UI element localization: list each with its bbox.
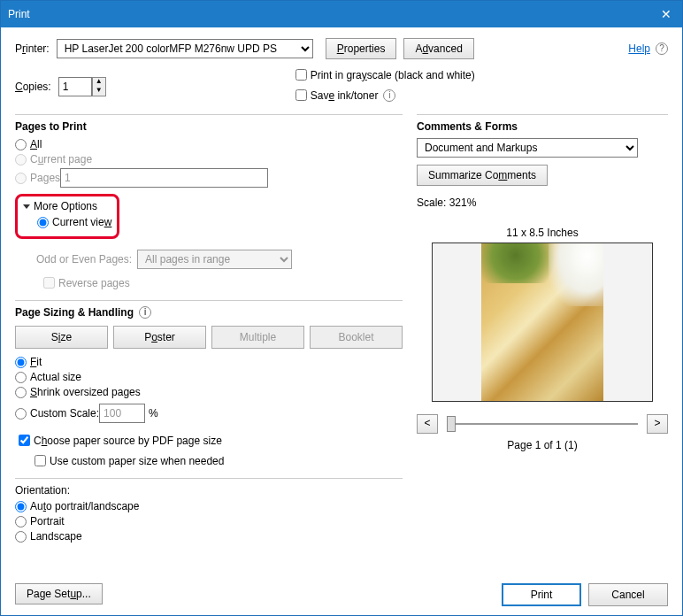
multiple-tab: Multiple [211, 326, 304, 349]
auto-orient-label: Auto portrait/landscape [30, 500, 139, 512]
page-setup-button[interactable]: Page Setup... [15, 583, 103, 604]
all-radio[interactable] [15, 139, 27, 150]
current-view-label: Current view [52, 216, 111, 228]
preview-dimensions: 11 x 8.5 Inches [417, 227, 668, 239]
odd-even-select: All pages in range [137, 250, 292, 269]
comments-group: Comments & Forms Document and Markups Su… [417, 114, 668, 451]
fit-label: Fit [30, 356, 42, 368]
choose-paper-label: Choose paper source by PDF page size [34, 435, 222, 447]
close-icon[interactable]: ✕ [657, 7, 675, 21]
custom-scale-label: Custom Scale: [30, 407, 99, 420]
comments-select[interactable]: Document and Markups [417, 138, 638, 158]
odd-even-label: Odd or Even Pages: [36, 253, 132, 266]
summarize-button[interactable]: Summarize Comments [417, 165, 548, 186]
properties-button[interactable]: Properties [326, 38, 397, 59]
use-custom-checkbox[interactable] [35, 455, 46, 466]
printer-select[interactable]: HP LaserJet 200 colorMFP M276nw UPD PS [57, 39, 313, 58]
orientation-group: Orientation: Auto portrait/landscape Por… [15, 478, 403, 543]
titlebar: Print ✕ [1, 1, 682, 27]
printer-label: Printer: [15, 42, 50, 55]
actual-label: Actual size [30, 371, 81, 383]
shrink-radio[interactable] [15, 387, 27, 398]
save-ink-checkbox[interactable] [295, 89, 307, 101]
more-options-toggle[interactable]: More Options [23, 200, 111, 212]
portrait-radio[interactable] [15, 516, 27, 527]
poster-tab[interactable]: Poster [113, 326, 206, 349]
custom-scale-input [99, 404, 145, 423]
pages-title: Pages to Print [15, 120, 403, 133]
current-page-label: Current page [30, 153, 92, 166]
preview-image [481, 243, 603, 401]
window-title: Print [8, 8, 30, 20]
help-info-icon[interactable]: ? [656, 42, 668, 55]
pages-radio [15, 173, 27, 184]
save-ink-label: Save ink/toner [311, 89, 379, 102]
sizing-info-icon[interactable]: i [139, 306, 151, 319]
all-label: All [30, 138, 42, 150]
copies-input[interactable] [58, 77, 92, 96]
prev-page-button[interactable]: < [417, 414, 438, 434]
current-page-radio [15, 154, 27, 166]
pages-input [60, 168, 268, 188]
page-info: Page 1 of 1 (1) [417, 439, 668, 451]
use-custom-label: Use custom paper size when needed [50, 455, 224, 467]
copies-label: Copies: [15, 81, 51, 93]
sizing-title: Page Sizing & Handling [15, 306, 134, 319]
custom-scale-radio[interactable] [15, 408, 27, 420]
next-page-button[interactable]: > [647, 414, 668, 434]
portrait-label: Portrait [30, 515, 65, 527]
auto-orient-radio[interactable] [15, 501, 27, 512]
size-tab[interactable]: Size [15, 326, 108, 349]
save-ink-info-icon[interactable]: i [383, 89, 395, 102]
percent-label: % [149, 407, 158, 420]
highlight-annotation: More Options Current view [15, 194, 119, 239]
scale-text: Scale: 321% [417, 196, 668, 209]
advanced-button[interactable]: Advanced [403, 38, 473, 59]
reverse-checkbox [43, 277, 55, 289]
fit-radio[interactable] [15, 357, 27, 368]
pages-to-print-group: Pages to Print All Current page Pages Mo… [15, 114, 403, 291]
chevron-down-icon [23, 204, 30, 209]
slider-thumb[interactable] [447, 416, 456, 432]
print-button[interactable]: Print [502, 583, 581, 606]
more-options-label: More Options [34, 200, 97, 212]
print-dialog: Print ✕ Printer: HP LaserJet 200 colorMF… [0, 0, 683, 616]
pages-label: Pages [30, 172, 60, 184]
grayscale-checkbox[interactable] [295, 69, 307, 81]
comments-title: Comments & Forms [417, 120, 668, 133]
cancel-button[interactable]: Cancel [588, 583, 668, 606]
print-preview [432, 243, 653, 402]
landscape-label: Landscape [30, 530, 82, 543]
spinner-down-icon[interactable]: ▼ [93, 87, 105, 96]
help-link[interactable]: Help [628, 42, 650, 55]
shrink-label: Shrink oversized pages [30, 386, 141, 398]
reverse-label: Reverse pages [58, 277, 130, 289]
current-view-radio[interactable] [37, 217, 49, 228]
sizing-group: Page Sizing & Handling i Size Poster Mul… [15, 300, 403, 469]
booklet-tab: Booklet [310, 326, 403, 349]
choose-paper-checkbox[interactable] [19, 435, 30, 446]
page-slider[interactable] [447, 423, 638, 425]
orientation-title: Orientation: [15, 484, 403, 497]
copies-spinner[interactable]: ▲▼ [92, 77, 106, 96]
grayscale-label: Print in grayscale (black and white) [311, 69, 475, 81]
landscape-radio[interactable] [15, 531, 27, 543]
actual-radio[interactable] [15, 372, 27, 383]
